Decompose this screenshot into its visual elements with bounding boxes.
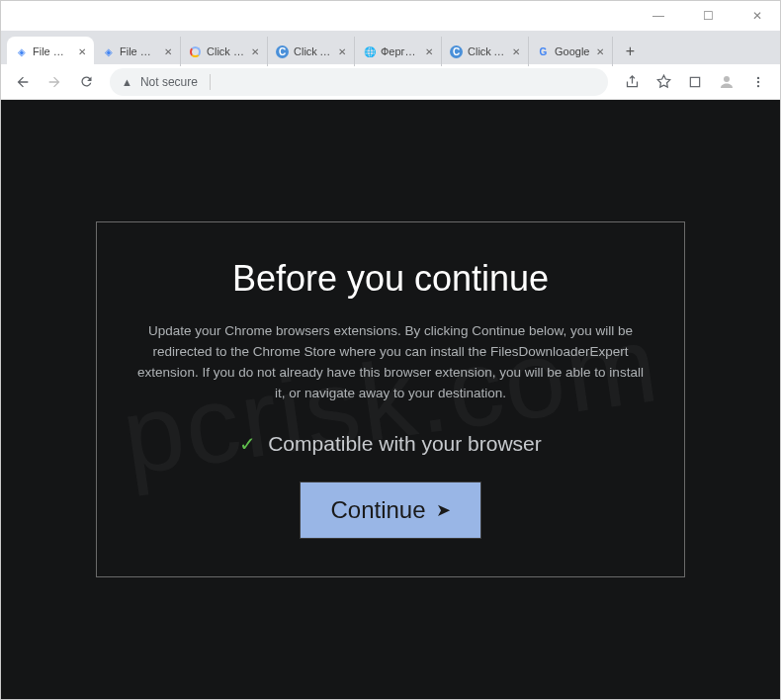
close-tab-icon[interactable]: ✕ xyxy=(594,46,606,57)
toolbar-right xyxy=(618,68,772,96)
tab-click-allow-1[interactable]: C Click Allow ✕ xyxy=(268,37,355,66)
tab-google[interactable]: G Google ✕ xyxy=(529,37,613,66)
address-bar[interactable]: ▲ Not secure xyxy=(110,68,608,96)
svg-point-2 xyxy=(757,76,759,78)
google-icon: G xyxy=(537,45,550,58)
modal-body-text: Update your Chrome browsers extensions. … xyxy=(134,321,647,404)
divider xyxy=(210,74,211,90)
tab-label: File Downl... xyxy=(120,45,157,57)
reload-icon xyxy=(79,74,94,89)
tab-click-allow-2[interactable]: C Click Allow ✕ xyxy=(442,37,529,66)
close-tab-icon[interactable]: ✕ xyxy=(249,46,261,57)
star-icon xyxy=(656,74,671,89)
profile-button[interactable] xyxy=(713,68,740,96)
tab-fergana[interactable]: 🌐 Фергана - ... ✕ xyxy=(355,37,442,66)
close-tab-icon[interactable]: ✕ xyxy=(162,46,174,57)
svg-rect-0 xyxy=(690,77,699,86)
menu-button[interactable] xyxy=(744,68,772,96)
close-tab-icon[interactable]: ✕ xyxy=(510,46,522,57)
arrow-right-icon: ➤ xyxy=(436,499,451,521)
tab-strip: ◈ File Downl... ✕ ◈ File Downl... ✕ Clic… xyxy=(1,31,780,64)
page-content: pcrisk.com Before you continue Update yo… xyxy=(1,100,780,699)
close-tab-icon[interactable]: ✕ xyxy=(423,46,435,57)
forward-button[interactable] xyxy=(41,68,68,96)
tab-file-download-1[interactable]: ◈ File Downl... ✕ xyxy=(7,37,94,66)
compatibility-label: Compatible with your browser xyxy=(268,432,542,456)
close-tab-icon[interactable]: ✕ xyxy=(336,46,348,57)
cube-icon: ◈ xyxy=(102,45,115,58)
close-tab-icon[interactable]: ✕ xyxy=(76,46,88,57)
share-icon xyxy=(625,74,640,89)
kebab-icon xyxy=(751,75,765,89)
continue-modal: Before you continue Update your Chrome b… xyxy=(96,221,685,577)
share-button[interactable] xyxy=(618,68,646,96)
tab-click-quo[interactable]: Click &quo... ✕ xyxy=(181,37,268,66)
ring-icon xyxy=(189,45,202,58)
svg-point-3 xyxy=(757,80,759,82)
globe-icon: 🌐 xyxy=(363,45,376,58)
new-tab-button[interactable]: + xyxy=(617,39,643,64)
cube-icon: ◈ xyxy=(15,45,28,58)
tab-label: Google xyxy=(555,45,589,57)
person-icon xyxy=(718,73,736,91)
arrow-right-icon xyxy=(46,74,62,90)
checkmark-icon: ✓ xyxy=(239,432,256,456)
tab-label: Фергана - ... xyxy=(381,45,418,57)
extensions-button[interactable] xyxy=(681,68,709,96)
warning-icon: ▲ xyxy=(122,76,132,88)
continue-button[interactable]: Continue ➤ xyxy=(300,481,480,539)
reload-button[interactable] xyxy=(72,68,100,96)
window-titlebar: — ☐ ✕ xyxy=(1,1,780,31)
tab-label: Click &quo... xyxy=(207,45,244,57)
bookmark-button[interactable] xyxy=(650,68,677,96)
continue-label: Continue xyxy=(330,496,425,524)
tab-label: File Downl... xyxy=(33,45,71,57)
security-status: Not secure xyxy=(140,75,198,89)
browser-toolbar: ▲ Not secure xyxy=(1,64,780,100)
browser-window: — ☐ ✕ ◈ File Downl... ✕ ◈ File Downl... … xyxy=(0,0,781,700)
compatibility-row: ✓ Compatible with your browser xyxy=(134,432,647,456)
arrow-left-icon xyxy=(15,74,31,90)
modal-heading: Before you continue xyxy=(134,258,647,300)
back-button[interactable] xyxy=(9,68,37,96)
maximize-button[interactable]: ☐ xyxy=(691,5,725,27)
tab-label: Click Allow xyxy=(294,45,331,57)
svg-point-4 xyxy=(757,84,759,86)
tab-file-download-2[interactable]: ◈ File Downl... ✕ xyxy=(94,37,181,66)
puzzle-icon xyxy=(688,75,702,89)
c-icon: C xyxy=(450,45,463,58)
close-window-button[interactable]: ✕ xyxy=(740,5,774,27)
minimize-button[interactable]: — xyxy=(642,5,675,27)
c-icon: C xyxy=(276,45,289,58)
svg-point-1 xyxy=(724,76,730,82)
tab-label: Click Allow xyxy=(468,45,505,57)
